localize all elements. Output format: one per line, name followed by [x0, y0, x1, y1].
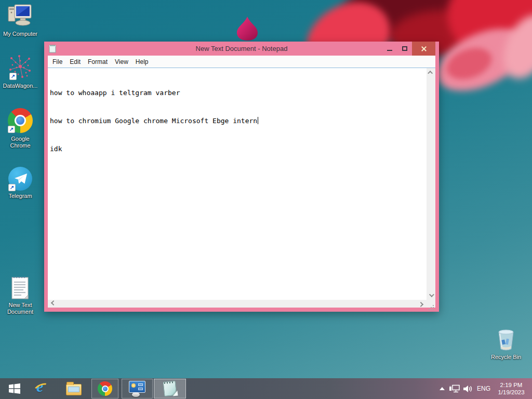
chrome-icon: [7, 107, 34, 134]
maximize-icon: [402, 46, 407, 51]
clock-time: 2:19 PM: [493, 381, 530, 389]
clock-date: 1/19/2023: [493, 389, 530, 396]
text-caret: [258, 117, 258, 124]
maximize-button[interactable]: [397, 42, 412, 56]
taskbar-file-explorer[interactable]: [62, 379, 85, 398]
text-line: how to chromium Google chrome Microsoft …: [50, 116, 427, 126]
taskbar-display-settings[interactable]: [122, 379, 153, 398]
menu-help[interactable]: Help: [132, 58, 152, 65]
menu-format[interactable]: Format: [84, 58, 111, 65]
icon-label: My Computer: [1, 31, 40, 37]
language-indicator[interactable]: ENG: [477, 385, 490, 392]
scroll-left-icon[interactable]: [51, 300, 56, 305]
shortcut-arrow-icon: [8, 184, 16, 191]
minimize-button[interactable]: [382, 42, 397, 56]
desktop-icon-my-computer[interactable]: My Computer: [1, 3, 40, 37]
clock[interactable]: 2:19 PM 1/19/2023: [493, 381, 530, 396]
folder-icon: [66, 384, 82, 395]
text-line: idk: [50, 144, 427, 154]
notepad-icon: [163, 381, 177, 396]
scroll-up-icon[interactable]: [428, 71, 433, 76]
text-editor[interactable]: how to whoaapp i teltgram varber how to …: [48, 68, 427, 300]
scroll-right-icon[interactable]: [418, 302, 423, 307]
text-line: how to whoaapp i teltgram varber: [50, 88, 427, 98]
horizontal-scrollbar[interactable]: [48, 300, 427, 308]
desktop-icon-recycle-bin[interactable]: Recycle Bin: [487, 327, 525, 361]
taskbar-notepad[interactable]: [154, 379, 186, 398]
text-document-icon: [10, 275, 31, 300]
scroll-down-icon[interactable]: [429, 292, 434, 297]
windows-logo-icon: [8, 382, 21, 395]
desktop-icon-telegram[interactable]: Telegram: [1, 166, 40, 200]
shortcut-arrow-icon: [9, 73, 17, 80]
start-button[interactable]: [3, 379, 26, 398]
shortcut-arrow-icon: [8, 126, 15, 133]
desktop-icon-google-chrome[interactable]: Google Chrome: [1, 107, 40, 149]
datawagon-icon: [5, 52, 35, 81]
icon-label: Google Chrome: [1, 136, 40, 149]
resize-grip[interactable]: [427, 300, 435, 308]
grip-dots-icon: [433, 305, 434, 306]
notepad-window: New Text Document - Notepad File Edit Fo…: [44, 42, 439, 312]
icon-label: New Text Document: [1, 302, 40, 315]
display-settings-icon: [128, 381, 147, 396]
window-title: New Text Document - Notepad: [48, 45, 435, 52]
taskbar-google-chrome[interactable]: [91, 379, 118, 398]
menu-view[interactable]: View: [111, 58, 132, 65]
icon-label: Telegram: [1, 193, 40, 200]
minimize-icon: [387, 50, 392, 51]
vertical-scrollbar[interactable]: [427, 68, 435, 300]
desktop-icon-new-text-document[interactable]: New Text Document: [1, 275, 40, 315]
taskbar: e: [0, 378, 532, 399]
network-icon[interactable]: [449, 384, 460, 393]
flower-bud: [235, 16, 260, 42]
menu-edit[interactable]: Edit: [66, 58, 84, 65]
volume-icon[interactable]: [462, 384, 473, 393]
recycle-bin-icon: [495, 327, 517, 352]
internet-explorer-icon: e: [34, 381, 49, 396]
show-hidden-icons-icon[interactable]: [440, 387, 445, 390]
close-icon: [421, 46, 427, 52]
close-button[interactable]: [412, 42, 435, 56]
icon-label: Recycle Bin: [487, 354, 525, 361]
titlebar[interactable]: New Text Document - Notepad: [48, 42, 435, 56]
telegram-icon: [7, 166, 33, 191]
icon-label: DataWagon...: [1, 83, 40, 89]
desktop: My Computer DataWagon..: [0, 0, 532, 399]
notepad-client-area: how to whoaapp i teltgram varber how to …: [48, 68, 435, 308]
desktop-icon-datawagon[interactable]: DataWagon...: [1, 52, 40, 89]
taskbar-internet-explorer[interactable]: e: [30, 379, 53, 398]
menu-file[interactable]: File: [49, 58, 66, 65]
chrome-icon: [98, 381, 112, 396]
computer-icon: [6, 3, 34, 29]
menubar: File Edit Format View Help: [48, 56, 435, 68]
